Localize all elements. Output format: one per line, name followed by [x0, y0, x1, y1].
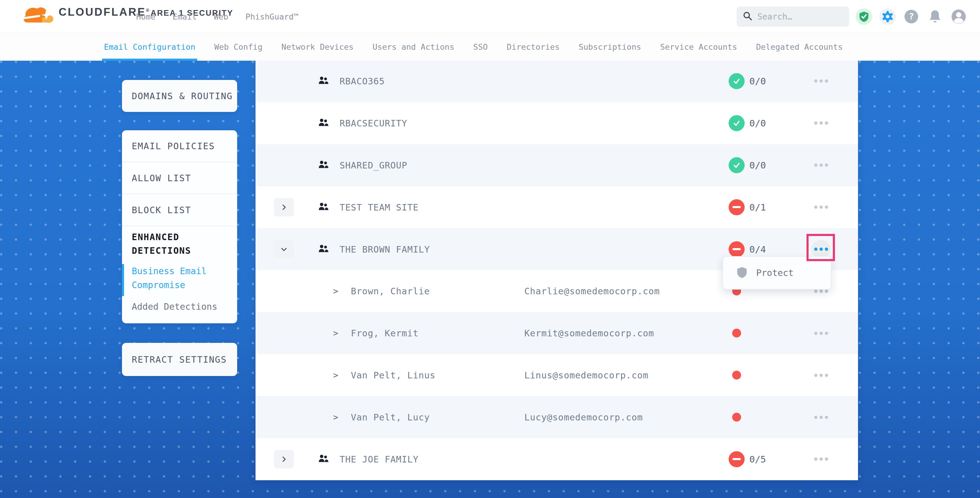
gear-icon[interactable]	[879, 8, 896, 25]
tab-email-configuration[interactable]: Email Configuration	[104, 33, 196, 61]
protected-count: 0/4	[749, 244, 766, 255]
group-name: TEST TEAM SITE	[340, 202, 418, 212]
member-email: Kermit@somedemocorp.com	[524, 328, 654, 339]
search-box[interactable]	[737, 6, 849, 27]
status-dot	[732, 371, 741, 380]
nav-phishguard[interactable]: PhishGuard™	[245, 12, 298, 21]
table-row[interactable]: TEST TEAM SITE 0/1	[256, 186, 858, 228]
group-icon	[318, 243, 329, 255]
shield-icon	[737, 266, 747, 280]
sidebar-card-retract-settings[interactable]: RETRACT SETTINGS	[122, 343, 237, 376]
help-icon[interactable]: ?	[903, 8, 920, 25]
menu-item-protect[interactable]: Protect	[756, 268, 794, 278]
status-dot	[732, 413, 741, 422]
blocked-minus-icon	[732, 458, 741, 460]
app-header: CLOUDFLARE® AREA 1 SECURITY Home Email W…	[0, 0, 980, 33]
group-name: RBACSECURITY	[340, 118, 407, 128]
nav-web[interactable]: Web	[214, 12, 228, 21]
row-menu-button[interactable]	[811, 198, 830, 217]
search-icon	[743, 11, 752, 22]
search-input[interactable]	[757, 12, 843, 22]
group-icon	[318, 75, 329, 87]
table-row[interactable]: RBACSECURITY 0/0	[256, 102, 858, 144]
table-row[interactable]: THE JOE FAMILY 0/5	[256, 438, 858, 480]
sidebar-item-enhanced-detections[interactable]: ENHANCED DETECTIONS	[132, 230, 229, 258]
sidebar-item-business-email-compromise[interactable]: Business Email Compromise	[132, 264, 229, 292]
tab-directories[interactable]: Directories	[507, 33, 560, 61]
table-row[interactable]: RBACO365 0/0	[256, 60, 858, 102]
member-email: Charlie@somedemocorp.com	[524, 286, 660, 296]
bell-icon[interactable]	[927, 8, 943, 25]
member-caret: >	[333, 412, 338, 422]
nav-email[interactable]: Email	[173, 12, 197, 21]
status-badge	[729, 241, 745, 257]
primary-nav: Home Email Web PhishGuard™	[136, 0, 298, 33]
row-menu-button[interactable]	[811, 156, 830, 175]
table-row[interactable]: > Van Pelt, Linus Linus@somedemocorp.com	[256, 354, 858, 396]
table-row[interactable]: SHARED_GROUP 0/0	[256, 144, 858, 186]
member-name: Brown, Charlie	[351, 286, 430, 296]
tab-service-accounts[interactable]: Service Accounts	[660, 33, 737, 61]
protected-count: 0/5	[749, 454, 766, 465]
member-email: Lucy@somedemocorp.com	[524, 412, 643, 423]
tab-web-config[interactable]: Web Config	[214, 33, 262, 61]
tab-subscriptions[interactable]: Subscriptions	[579, 33, 641, 61]
status-badge	[729, 115, 745, 131]
avatar-icon[interactable]	[950, 8, 967, 25]
table-row[interactable]: > Frog, Kermit Kermit@somedemocorp.com	[256, 312, 858, 354]
member-name: Frog, Kermit	[351, 328, 418, 339]
group-icon	[318, 453, 329, 465]
group-name: RBACO365	[340, 76, 385, 86]
row-menu-button[interactable]	[811, 324, 830, 342]
row-menu-button[interactable]	[811, 450, 830, 469]
row-context-menu: Protect	[722, 256, 831, 290]
protected-count: 0/0	[749, 160, 766, 170]
member-name: Van Pelt, Lucy	[351, 412, 430, 423]
tab-sso[interactable]: SSO	[473, 33, 488, 61]
sidebar-item-allow-list[interactable]: ALLOW LIST	[122, 162, 237, 194]
row-menu-button[interactable]	[811, 408, 830, 426]
sidebar-item-domains-routing[interactable]: DOMAINS & ROUTING	[122, 91, 233, 101]
config-tab-bar: Email Configuration Web Config Network D…	[0, 33, 980, 61]
tab-delegated-accounts[interactable]: Delegated Accounts	[756, 33, 843, 61]
sidebar-card-domains-routing[interactable]: DOMAINS & ROUTING	[122, 80, 237, 112]
status-dot	[732, 329, 741, 337]
row-menu-button[interactable]	[811, 240, 830, 259]
sidebar-item-block-list[interactable]: BLOCK LIST	[122, 194, 237, 226]
protected-count: 0/1	[749, 202, 766, 213]
header-icon-cluster: ?	[856, 0, 967, 33]
row-menu-button[interactable]	[811, 366, 830, 385]
table-row[interactable]: > Van Pelt, Lucy Lucy@somedemocorp.com	[256, 396, 858, 438]
member-name: Van Pelt, Linus	[351, 370, 436, 380]
brand-name: CLOUDFLARE®	[59, 6, 149, 18]
group-name: THE BROWN FAMILY	[340, 244, 430, 255]
row-menu-button[interactable]	[811, 72, 830, 91]
group-icon	[318, 159, 329, 171]
member-email: Linus@somedemocorp.com	[524, 370, 648, 380]
nav-home[interactable]: Home	[136, 12, 156, 21]
sidebar-item-retract-settings[interactable]: RETRACT SETTINGS	[122, 355, 227, 365]
sidebar-item-added-detections[interactable]: Added Detections	[132, 301, 217, 312]
status-badge	[729, 451, 745, 467]
sidebar-item-email-policies[interactable]: EMAIL POLICIES	[122, 130, 237, 162]
group-name: THE JOE FAMILY	[340, 454, 418, 464]
blocked-minus-icon	[732, 206, 741, 208]
tab-users-and-actions[interactable]: Users and Actions	[372, 33, 454, 61]
shield-check-icon[interactable]	[856, 8, 872, 25]
group-icon	[318, 202, 329, 213]
expand-row-button[interactable]	[274, 450, 294, 468]
member-caret: >	[333, 286, 338, 296]
active-item-indicator-bar	[122, 264, 124, 296]
svg-text:?: ?	[908, 11, 914, 22]
member-caret: >	[333, 328, 338, 338]
status-badge	[729, 157, 745, 173]
protected-count: 0/0	[749, 76, 766, 86]
blocked-minus-icon	[732, 248, 741, 250]
row-menu-button[interactable]	[811, 114, 830, 133]
group-icon	[318, 118, 329, 129]
expand-row-button[interactable]	[274, 198, 294, 216]
cloudflare-cloud-icon	[21, 4, 54, 25]
tab-network-devices[interactable]: Network Devices	[281, 33, 353, 61]
status-badge	[729, 199, 745, 215]
expand-row-button[interactable]	[274, 240, 294, 258]
